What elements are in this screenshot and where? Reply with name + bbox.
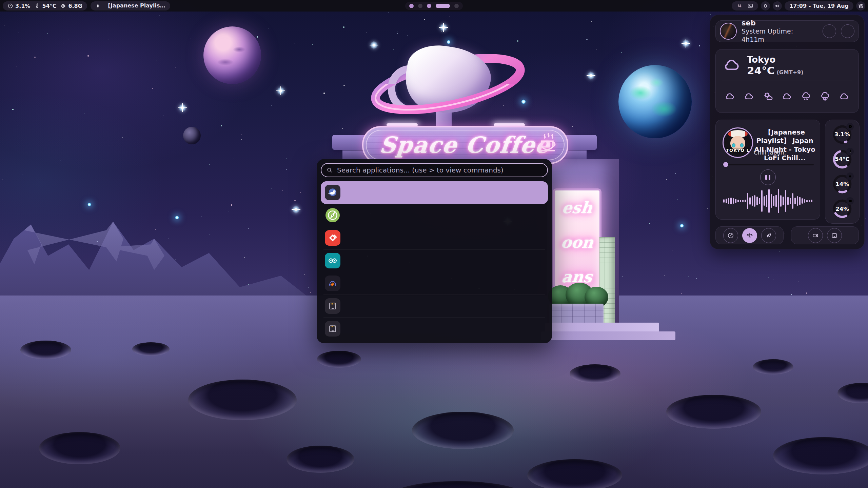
media-title: 【Japanese Playlist】 J...	[105, 2, 165, 9]
app-launcher	[317, 159, 552, 343]
xfce-app-icon	[325, 185, 340, 200]
forecast-day-tue	[721, 84, 739, 109]
workspace-5-empty[interactable]	[454, 4, 459, 8]
search-input[interactable]	[321, 163, 548, 177]
app-row-audacity[interactable]	[321, 272, 548, 294]
app-row-avahi-ssh-server-browser[interactable]	[321, 294, 548, 317]
weather-temp: 24°C	[747, 65, 774, 76]
app-row-arduino-ide-v2[interactable]	[321, 249, 548, 272]
crater	[287, 446, 354, 473]
app-row-avahi-vnc-server-browser[interactable]	[321, 317, 548, 340]
topbar-left-group: 3.1%54°C6.8G 【Japanese Playlist】 J...	[3, 1, 170, 11]
planter-box	[549, 304, 604, 324]
sign-coffee-cup-icon	[536, 131, 558, 157]
weather-timezone: (GMT+9)	[776, 69, 803, 76]
bell-icon	[763, 3, 768, 9]
pause-button[interactable]	[760, 169, 776, 185]
picture-icon[interactable]	[747, 3, 753, 9]
overview-button[interactable]	[856, 1, 865, 11]
avatar[interactable]	[720, 23, 737, 40]
app-row-anydesk[interactable]	[321, 227, 548, 249]
anydesk-app-icon	[325, 230, 340, 246]
settings-button[interactable]	[823, 24, 836, 38]
seek-slider[interactable]	[722, 162, 814, 167]
suncloud-icon	[763, 91, 773, 102]
shop-window-neon: esh oon ans	[553, 188, 601, 296]
forecast-day-thu	[758, 84, 777, 109]
volume-button[interactable]	[773, 1, 782, 11]
videocam-icon	[812, 232, 819, 239]
stat-thermometer: 54°C	[34, 3, 56, 9]
gauge-chip: 14%	[832, 174, 852, 194]
power-button[interactable]	[841, 24, 854, 38]
forecast-day-mon	[835, 84, 854, 109]
app-row-android-studio[interactable]	[321, 204, 548, 227]
cloud-icon	[723, 56, 742, 75]
widget-panel: seb System Uptime: 4h11m Tokyo 24°C (GMT…	[710, 15, 865, 249]
profile-performance-button[interactable]	[723, 228, 738, 243]
gauge-thermometer: 54°C	[832, 149, 852, 169]
track-title-line1: 【Japanese Playlist】 Japan	[754, 128, 816, 145]
track-subtitle: Chill Japan.	[754, 149, 786, 156]
notifications-button[interactable]	[761, 1, 770, 11]
app-list	[321, 181, 548, 340]
profile-powersave-button[interactable]	[761, 228, 776, 243]
workspace-1-occupied[interactable]	[409, 4, 414, 8]
app-row-about-xfce[interactable]	[321, 181, 548, 204]
system-stats-pill[interactable]: 3.1%54°C6.8G	[3, 1, 87, 11]
crater	[773, 437, 868, 474]
sign-text: Space Coffee	[378, 132, 552, 158]
forecast-day-sat	[797, 84, 816, 109]
cloud-icon	[839, 91, 850, 102]
user-card: seb System Uptime: 4h11m	[715, 20, 859, 42]
workspace-3-occupied[interactable]	[427, 4, 431, 8]
power-profiles-card	[715, 226, 784, 244]
forecast-row	[721, 84, 854, 109]
media-pill[interactable]: 【Japanese Playlist】 J...	[91, 1, 170, 11]
workspace-switcher	[405, 0, 463, 12]
profile-balanced-button[interactable]	[742, 228, 757, 243]
desktop: esh oon ans	[0, 0, 868, 488]
forecast-day-sun	[816, 84, 835, 109]
audio-visualizer	[721, 186, 814, 216]
crater	[188, 380, 297, 420]
audacity-app-icon	[325, 276, 340, 291]
cloud-icon	[744, 91, 754, 102]
avahi-app-icon	[325, 321, 340, 337]
top-panel: 3.1%54°C6.8G 【Japanese Playlist】 J... 17…	[0, 0, 868, 12]
forecast-day-fri	[777, 84, 796, 109]
crater	[753, 359, 793, 374]
workspace-4-active[interactable]	[436, 4, 450, 8]
clock[interactable]: 17:09 - Tue, 19 Aug	[785, 1, 853, 11]
grid-icon	[858, 3, 864, 9]
small-moon	[183, 127, 201, 144]
shop-step	[545, 323, 659, 332]
crater	[412, 412, 514, 449]
divider	[722, 81, 852, 81]
album-art-caption: TOKYO L	[724, 148, 752, 153]
cat-icon[interactable]	[736, 3, 743, 9]
stat-chip: 6.8G	[60, 3, 82, 9]
screen-record-button[interactable]	[808, 228, 823, 243]
seek-knob[interactable]	[723, 162, 728, 167]
search-icon	[326, 167, 333, 174]
gauge-disk: 24%	[832, 199, 852, 219]
seek-track	[722, 164, 814, 165]
screenshot-button[interactable]	[827, 228, 842, 243]
crater	[317, 351, 361, 368]
disk-icon	[846, 197, 854, 205]
arduino-app-icon	[325, 253, 340, 268]
earth-planet	[618, 65, 692, 138]
system-tray-pill[interactable]	[732, 1, 758, 11]
neon-line: esh	[561, 199, 593, 217]
album-art[interactable]: TOKYO L	[723, 127, 753, 158]
workspace-2-empty[interactable]	[418, 4, 422, 8]
forecast-day-wed	[739, 84, 758, 109]
shop-platform	[541, 331, 675, 340]
androidstudio-app-icon	[325, 207, 340, 223]
speedometer-icon	[7, 3, 13, 9]
neon-line: oon	[560, 233, 594, 251]
crater	[570, 364, 620, 383]
stat-speedometer: 3.1%	[7, 3, 30, 9]
system-uptime: System Uptime: 4h11m	[742, 27, 818, 44]
